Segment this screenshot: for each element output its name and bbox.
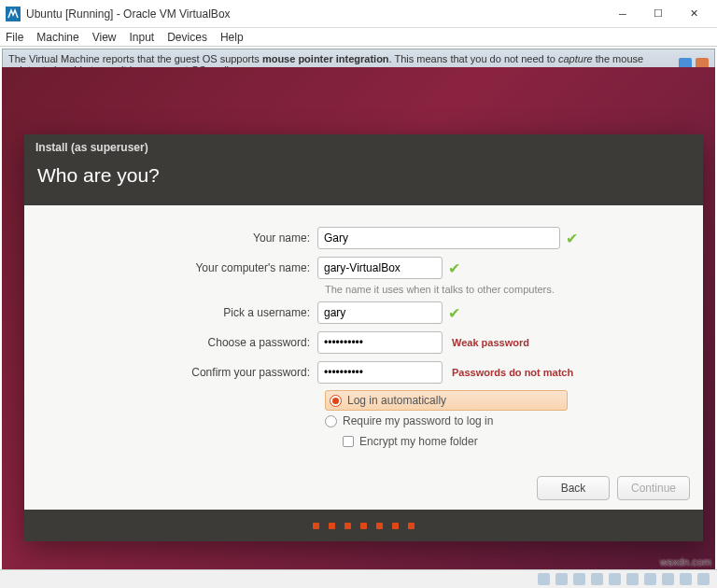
installer-titlebar: Install (as superuser) — [24, 134, 703, 161]
menu-view[interactable]: View — [92, 31, 117, 44]
back-button[interactable]: Back — [537, 476, 610, 500]
label-password: Choose a password: — [47, 336, 317, 349]
window-titlebar: Ubuntu [Running] - Oracle VM VirtualBox … — [0, 0, 717, 28]
maximize-button[interactable]: ☐ — [640, 3, 676, 25]
checkbox-icon — [343, 436, 354, 447]
option-encrypt-home[interactable]: Encrypt my home folder — [325, 431, 681, 452]
hd-icon[interactable] — [538, 573, 550, 585]
dot-icon — [376, 523, 383, 529]
option-auto-login[interactable]: Log in automatically — [325, 390, 568, 411]
label-confirm: Confirm your password: — [47, 366, 317, 379]
radio-icon — [325, 415, 337, 427]
watermark: wsxdn.com — [660, 556, 711, 567]
cd-icon[interactable] — [555, 573, 568, 585]
username-input[interactable] — [317, 301, 443, 324]
menu-file[interactable]: File — [6, 31, 23, 44]
password-input[interactable] — [317, 331, 443, 354]
weak-password-warning: Weak password — [452, 337, 529, 348]
dot-icon — [344, 523, 351, 529]
menubar: File Machine View Input Devices Help — [0, 28, 717, 47]
dot-icon — [313, 523, 319, 529]
record-icon[interactable] — [662, 573, 674, 585]
dot-icon — [408, 523, 415, 529]
computer-name-input[interactable] — [317, 257, 443, 279]
menu-input[interactable]: Input — [130, 31, 155, 44]
menu-machine[interactable]: Machine — [36, 31, 78, 44]
vm-statusbar — [0, 569, 717, 588]
password-mismatch-warning: Passwords do not match — [452, 367, 573, 378]
net-icon[interactable] — [591, 573, 603, 585]
mouse-icon[interactable] — [680, 573, 692, 585]
vm-display: Install (as superuser) Who are you? Your… — [2, 67, 715, 569]
computer-name-hint: The name it uses when it talks to other … — [325, 284, 681, 295]
installer-heading: Who are you? — [24, 161, 703, 205]
check-icon: ✔ — [566, 230, 578, 247]
installer-window: Install (as superuser) Who are you? Your… — [24, 134, 703, 541]
label-computer-name: Your computer's name: — [47, 261, 317, 274]
label-username: Pick a username: — [47, 306, 317, 319]
label-your-name: Your name: — [47, 231, 317, 245]
minimize-button[interactable]: ─ — [605, 3, 640, 25]
dot-icon — [329, 523, 335, 529]
progress-dots — [24, 510, 703, 541]
shared-icon[interactable] — [626, 573, 639, 585]
option-require-password[interactable]: Require my password to log in — [325, 411, 681, 431]
usb-icon[interactable] — [609, 573, 621, 585]
installer-footer: Back Continue — [24, 467, 703, 510]
dot-icon — [392, 523, 399, 529]
virtualbox-icon — [6, 7, 21, 21]
menu-devices[interactable]: Devices — [167, 31, 207, 44]
window-title: Ubuntu [Running] - Oracle VM VirtualBox — [26, 7, 605, 21]
display-icon[interactable] — [644, 573, 656, 585]
continue-button[interactable]: Continue — [617, 476, 690, 500]
menu-help[interactable]: Help — [220, 31, 244, 44]
dot-icon — [360, 523, 367, 529]
audio-icon[interactable] — [573, 573, 585, 585]
radio-icon — [330, 395, 342, 407]
your-name-input[interactable] — [317, 227, 560, 249]
login-options: Log in automatically Require my password… — [325, 390, 681, 452]
check-icon: ✔ — [448, 259, 460, 277]
confirm-password-input[interactable] — [317, 361, 443, 384]
close-button[interactable]: ✕ — [676, 3, 711, 25]
installer-body: Your name: ✔ Your computer's name: ✔ The… — [24, 205, 703, 467]
check-icon: ✔ — [448, 304, 460, 322]
hostkey-icon[interactable] — [697, 573, 710, 585]
